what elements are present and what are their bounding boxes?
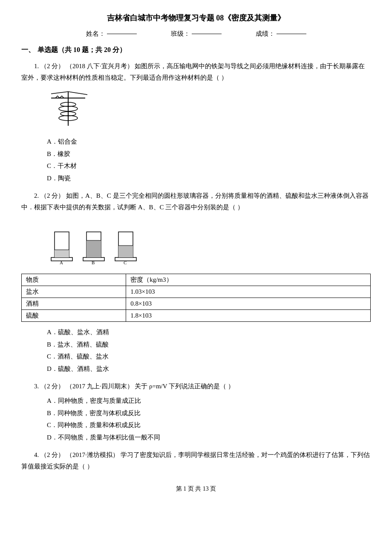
question-2: 2. （2 分） 如图，A、B、C 是三个完全相同的圆柱形玻璃容器，分别将质量相… <box>21 190 371 375</box>
q1-options: A．铝合金 B．橡胶 C．干木材 D．陶瓷 <box>47 136 371 184</box>
q2-image: A B C <box>47 219 371 268</box>
svg-line-6 <box>51 92 68 94</box>
q2-number: 2. <box>34 192 39 199</box>
q1-number: 1. <box>34 63 39 69</box>
q2-score: （2 分） <box>40 192 64 199</box>
question-3: 3. （2 分） （2017 九上·四川期末） 关于 ρ=m/V 下列说法正确的… <box>21 381 371 443</box>
substance-3: 硫酸 <box>22 310 126 322</box>
q2-option-b: B．盐水、酒精、硫酸 <box>47 338 371 351</box>
table-header-substance: 物质 <box>22 274 126 286</box>
svg-rect-10 <box>55 250 69 257</box>
q4-source: （2017·潍坊模拟） <box>66 451 119 458</box>
name-field: 姓名： <box>86 30 137 38</box>
page-footer: 第 1 页 共 13 页 <box>21 485 371 493</box>
q3-number: 3. <box>34 383 39 390</box>
q1-option-d: D．陶瓷 <box>47 172 371 185</box>
q1-score: （2 分） <box>40 63 64 69</box>
density-2: 0.8×103 <box>126 298 371 310</box>
q3-options: A．同种物质，密度与质量成正比 B．同种物质，密度与体积成反比 C．同种物质，质… <box>47 395 371 443</box>
q1-option-a: A．铝合金 <box>47 136 371 148</box>
question-4: 4. （2 分） （2017·潍坊模拟） 学习了密度知识后，李明同学根据日常生活… <box>21 449 371 472</box>
question-3-text: 3. （2 分） （2017 九上·四川期末） 关于 ρ=m/V 下列说法正确的… <box>21 381 371 392</box>
substance-2: 酒精 <box>22 298 126 310</box>
svg-text:B: B <box>92 260 95 265</box>
score-underline <box>277 34 306 34</box>
svg-rect-20 <box>118 246 133 257</box>
page-title: 吉林省白城市中考物理复习专题 08《密度及其测量》 <box>21 13 371 23</box>
substance-1: 盐水 <box>22 286 126 298</box>
class-field: 班级： <box>171 30 222 38</box>
density-3: 1.8×103 <box>126 310 371 322</box>
svg-text:C: C <box>124 260 127 265</box>
question-4-text: 4. （2 分） （2017·潍坊模拟） 学习了密度知识后，李明同学根据日常生活… <box>21 449 371 472</box>
section1-label: 单选题（共 10 题；共 20 分） <box>37 46 126 55</box>
q3-option-a: A．同种物质，密度与质量成正比 <box>47 395 371 407</box>
table-row: 盐水 1.03×103 <box>22 286 371 298</box>
q3-option-c: C．同种物质，质量和体积成反比 <box>47 419 371 431</box>
table-row: 酒精 0.8×103 <box>22 298 371 310</box>
table-header-density: 密度（kg/m3） <box>126 274 371 286</box>
q1-image <box>47 90 371 130</box>
svg-text:A: A <box>60 260 63 265</box>
section1-number: 一、 <box>21 46 35 55</box>
svg-rect-15 <box>86 240 101 257</box>
question-1: 1. （2 分） （2018 八下·宜兴月考） 如图所示，高压输电网中的铁架与导… <box>21 61 371 184</box>
table-row: 硫酸 1.8×103 <box>22 310 371 322</box>
class-underline <box>192 34 222 34</box>
footer-text: 第 1 页 共 13 页 <box>176 486 216 492</box>
q2-option-c: C．酒精、硫酸、盐水 <box>47 350 371 363</box>
info-row: 姓名： 班级： 成绩： <box>21 30 371 38</box>
cylinders-svg: A B C <box>47 219 141 266</box>
class-label: 班级： <box>171 30 190 38</box>
q2-option-a: A．硫酸、盐水、酒精 <box>47 326 371 338</box>
name-label: 姓名： <box>86 30 105 38</box>
svg-line-7 <box>68 92 87 95</box>
score-field: 成绩： <box>256 30 306 38</box>
question-2-text: 2. （2 分） 如图，A、B、C 是三个完全相同的圆柱形玻璃容器，分别将质量相… <box>21 190 371 213</box>
section1-title: 一、 单选题（共 10 题；共 20 分） <box>21 46 371 55</box>
q3-source: （2017 九上·四川期末） <box>66 383 133 390</box>
question-1-text: 1. （2 分） （2018 八下·宜兴月考） 如图所示，高压输电网中的铁架与导… <box>21 61 371 84</box>
q1-option-b: B．橡胶 <box>47 148 371 160</box>
q2-options: A．硫酸、盐水、酒精 B．盐水、酒精、硫酸 C．酒精、硫酸、盐水 D．硫酸、酒精… <box>47 326 371 375</box>
density-1: 1.03×103 <box>126 286 371 298</box>
insulator-svg <box>47 90 94 128</box>
q4-score: （2 分） <box>40 451 64 458</box>
q2-option-d: D．硫酸、酒精、盐水 <box>47 363 371 375</box>
q1-source: （2018 八下·宜兴月考） <box>66 63 133 69</box>
q4-number: 4. <box>34 451 39 458</box>
q2-table: 物质 密度（kg/m3） 盐水 1.03×103 酒精 0.8×103 硫酸 1… <box>21 274 371 322</box>
q3-body: 关于 ρ=m/V 下列说法正确的是（ ） <box>135 383 234 390</box>
q3-score: （2 分） <box>40 383 64 390</box>
q1-option-c: C．干木材 <box>47 160 371 172</box>
score-label: 成绩： <box>256 30 275 38</box>
q3-option-b: B．同种物质，密度与体积成反比 <box>47 407 371 419</box>
q3-option-d: D．不同物质，质量与体积比值一般不同 <box>47 431 371 444</box>
q2-body: 如图，A、B、C 是三个完全相同的圆柱形玻璃容器，分别将质量相等的酒精、硫酸和盐… <box>21 192 369 211</box>
name-underline <box>107 34 137 34</box>
